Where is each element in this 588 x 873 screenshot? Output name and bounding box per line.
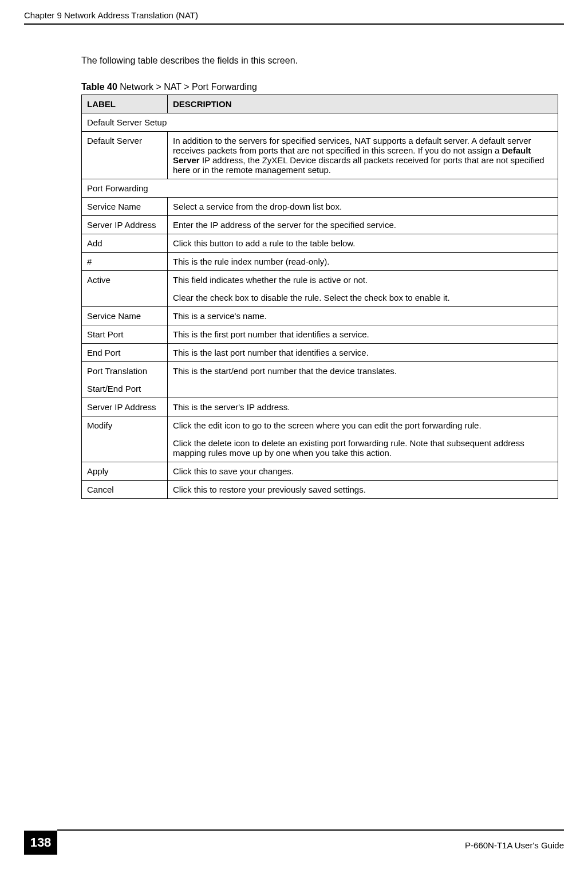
footer-guide-name: P-660N-T1A User's Guide <box>465 840 564 850</box>
content-area: The following table describes the fields… <box>81 56 558 499</box>
section-cell: Port Forwarding <box>82 179 558 198</box>
label-cell: Modify <box>82 416 168 462</box>
label-cell: Add <box>82 234 168 253</box>
label-cell: Port TranslationStart/End Port <box>82 362 168 398</box>
table-caption: Table 40 Network > NAT > Port Forwarding <box>81 82 558 92</box>
table-row: #This is the rule index number (read-onl… <box>82 253 558 271</box>
description-cell: Enter the IP address of the server for t… <box>168 216 558 234</box>
table-number: Table 40 <box>81 82 117 92</box>
table-row: End PortThis is the last port number tha… <box>82 344 558 362</box>
label-cell: Default Server <box>82 132 168 179</box>
table-row: Port TranslationStart/End PortThis is th… <box>82 362 558 398</box>
table-row: Default ServerIn addition to the servers… <box>82 132 558 179</box>
intro-text: The following table describes the fields… <box>81 56 558 66</box>
table-row: ActiveThis field indicates whether the r… <box>82 271 558 307</box>
page-number-badge: 138 <box>24 831 57 855</box>
table-row: Server IP AddressThis is the server's IP… <box>82 398 558 416</box>
header-description: DESCRIPTION <box>168 95 558 113</box>
table-header-row: LABEL DESCRIPTION <box>82 95 558 113</box>
description-cell: This is the first port number that ident… <box>168 325 558 344</box>
table-row: ApplyClick this to save your changes. <box>82 462 558 481</box>
description-cell: Click the edit icon to go to the screen … <box>168 416 558 462</box>
table-row: CancelClick this to restore your previou… <box>82 481 558 499</box>
table-row: Default Server Setup <box>82 113 558 132</box>
description-cell: Click this button to add a rule to the t… <box>168 234 558 253</box>
label-cell: Apply <box>82 462 168 481</box>
label-cell: # <box>82 253 168 271</box>
table-row: Service NameSelect a service from the dr… <box>82 198 558 216</box>
table-row: Start PortThis is the first port number … <box>82 325 558 344</box>
label-cell: Service Name <box>82 307 168 325</box>
table-row: ModifyClick the edit icon to go to the s… <box>82 416 558 462</box>
description-cell: This is a service's name. <box>168 307 558 325</box>
table-title: Network > NAT > Port Forwarding <box>117 82 257 92</box>
table-row: AddClick this button to add a rule to th… <box>82 234 558 253</box>
label-cell: Start Port <box>82 325 168 344</box>
label-cell: Server IP Address <box>82 216 168 234</box>
description-cell: This field indicates whether the rule is… <box>168 271 558 307</box>
footer-rule <box>57 829 564 831</box>
section-cell: Default Server Setup <box>82 113 558 132</box>
header-label: LABEL <box>82 95 168 113</box>
label-cell: Service Name <box>82 198 168 216</box>
label-cell: Cancel <box>82 481 168 499</box>
description-cell: Click this to restore your previously sa… <box>168 481 558 499</box>
label-cell: End Port <box>82 344 168 362</box>
running-header: Chapter 9 Network Address Translation (N… <box>24 10 564 25</box>
table-row: Service NameThis is a service's name. <box>82 307 558 325</box>
description-table: LABEL DESCRIPTION Default Server SetupDe… <box>81 95 558 499</box>
table-row: Server IP AddressEnter the IP address of… <box>82 216 558 234</box>
label-cell: Server IP Address <box>82 398 168 416</box>
description-cell: This is the start/end port number that t… <box>168 362 558 398</box>
label-cell: Active <box>82 271 168 307</box>
description-cell: This is the rule index number (read-only… <box>168 253 558 271</box>
description-cell: Click this to save your changes. <box>168 462 558 481</box>
description-cell: In addition to the servers for specified… <box>168 132 558 179</box>
description-cell: This is the server's IP address. <box>168 398 558 416</box>
table-row: Port Forwarding <box>82 179 558 198</box>
description-cell: Select a service from the drop-down list… <box>168 198 558 216</box>
description-cell: This is the last port number that identi… <box>168 344 558 362</box>
